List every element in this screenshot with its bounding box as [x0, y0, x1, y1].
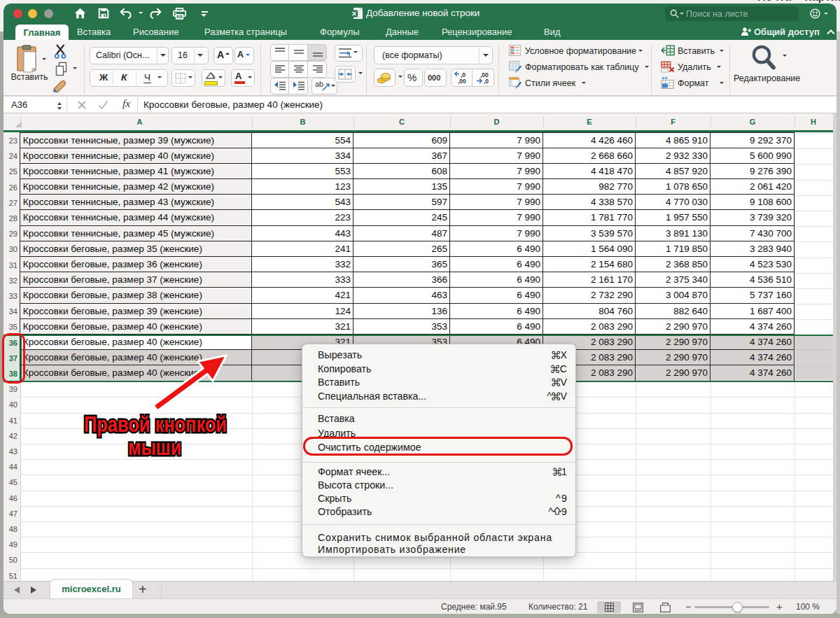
- svg-text:,0: ,0: [484, 78, 489, 85]
- svg-text:,00: ,00: [458, 78, 466, 85]
- svg-text:Правой кнопкой: Правой кнопкой: [84, 412, 227, 437]
- svg-text:мыши: мыши: [128, 435, 181, 460]
